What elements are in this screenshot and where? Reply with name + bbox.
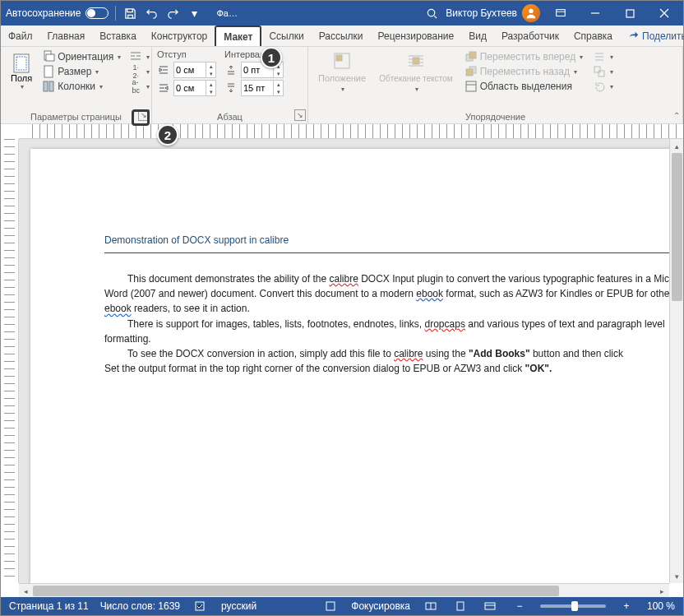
page-setup-dialog-launcher[interactable]: ↘	[138, 109, 150, 121]
zoom-out-icon[interactable]: −	[511, 599, 529, 614]
group-para-label: Абзац	[157, 110, 303, 123]
svg-rect-22	[326, 602, 335, 610]
space-before-icon	[224, 63, 238, 76]
save-icon[interactable]	[122, 6, 137, 21]
scrollbar-vertical[interactable]: ▴ ▾	[669, 139, 683, 583]
view-read-icon[interactable]	[422, 599, 440, 614]
close-icon[interactable]	[650, 1, 678, 25]
avatar-icon	[522, 4, 540, 22]
space-after-icon	[224, 81, 238, 95]
indent-left-input[interactable]: ▴▾	[173, 62, 216, 78]
group-button: ▾	[589, 64, 617, 79]
status-focus[interactable]: Фокусировка	[351, 600, 410, 612]
svg-rect-8	[44, 66, 53, 77]
group-arrange: Положение▾ Обтекание текстом▾ Переместит…	[308, 47, 683, 123]
indent-right-input[interactable]: ▴▾	[173, 80, 216, 96]
paragraph-dialog-launcher[interactable]: ↘	[294, 109, 306, 121]
position-button: Положение▾	[313, 49, 371, 95]
tab-developer[interactable]: Разработчик	[494, 25, 566, 46]
scroll-down-icon[interactable]: ▾	[670, 569, 683, 583]
tab-view[interactable]: Вид	[461, 25, 494, 46]
autosave-label: Автосохранение	[6, 7, 81, 19]
scroll-right-icon[interactable]: ▸	[655, 584, 669, 598]
qat-more-icon[interactable]: ▾	[187, 6, 201, 21]
breaks-button[interactable]: ▾	[126, 49, 153, 64]
tab-insert[interactable]: Вставка	[92, 25, 144, 46]
tab-layout[interactable]: Макет	[215, 25, 261, 46]
focus-mode-icon[interactable]	[321, 599, 340, 614]
size-button[interactable]: Размер▾	[39, 64, 124, 79]
wrap-text-button: Обтекание текстом▾	[374, 49, 458, 95]
position-label: Положение	[318, 73, 366, 83]
scroll-up-icon[interactable]: ▴	[670, 139, 683, 153]
status-language[interactable]: русский	[221, 600, 256, 612]
redo-icon[interactable]	[165, 6, 180, 21]
scroll-thumb[interactable]	[672, 153, 682, 301]
svg-rect-12	[336, 55, 342, 61]
status-word-count[interactable]: Число слов: 1639	[100, 600, 180, 612]
ruler-horizontal[interactable]	[19, 124, 683, 139]
indent-left-icon	[157, 63, 170, 76]
scrollbar-horizontal[interactable]: ◂ ▸	[19, 583, 669, 597]
undo-icon[interactable]	[144, 6, 159, 21]
line-numbers-button[interactable]: 1·2·▾	[126, 64, 153, 79]
rotate-button: ▾	[589, 79, 617, 94]
svg-rect-25	[485, 603, 495, 609]
svg-rect-15	[469, 52, 476, 58]
orientation-button[interactable]: Ориентация▾	[39, 49, 124, 64]
document-page[interactable]: Demonstration of DOCX support in calibre…	[30, 149, 669, 583]
collapse-ribbon-icon[interactable]: ⌃	[673, 111, 680, 120]
tab-design[interactable]: Конструктор	[144, 25, 215, 46]
space-after-input[interactable]: ▴▾	[241, 80, 284, 96]
search-icon[interactable]	[424, 6, 439, 21]
scroll-left-icon[interactable]: ◂	[19, 584, 33, 598]
svg-rect-17	[466, 69, 473, 76]
tab-file[interactable]: Файл	[1, 25, 40, 46]
svg-point-1	[529, 9, 533, 13]
share-icon	[627, 30, 639, 42]
svg-rect-3	[626, 10, 634, 17]
page-canvas[interactable]: Demonstration of DOCX support in calibre…	[19, 139, 669, 583]
svg-point-0	[428, 9, 434, 16]
editor-area: Demonstration of DOCX support in calibre…	[1, 139, 683, 583]
tab-mailings[interactable]: Рассылки	[312, 25, 371, 46]
tab-references[interactable]: Ссылки	[261, 25, 311, 46]
hyphenation-button[interactable]: a-bc▾	[126, 79, 153, 94]
maximize-icon[interactable]	[616, 1, 644, 25]
svg-rect-7	[46, 54, 54, 61]
doc-heading: Demonstration of DOCX support in calibre	[104, 223, 669, 253]
toggle-switch[interactable]	[86, 7, 109, 19]
tab-review[interactable]: Рецензирование	[371, 25, 462, 46]
tab-help[interactable]: Справка	[566, 25, 620, 46]
tab-home[interactable]: Главная	[40, 25, 93, 46]
spellcheck-icon[interactable]	[192, 599, 210, 614]
view-print-icon[interactable]	[451, 599, 469, 614]
status-page[interactable]: Страница 1 из 11	[9, 600, 89, 612]
doc-paragraph: Set the output format in the top right c…	[104, 361, 669, 376]
svg-rect-18	[466, 81, 476, 91]
bring-forward-button: Переместить вперед▾	[461, 49, 586, 64]
scroll-thumb[interactable]	[33, 586, 559, 596]
annotation-callout-2: 2	[157, 124, 178, 146]
minimize-icon[interactable]	[581, 1, 609, 25]
zoom-level[interactable]: 100 %	[647, 600, 675, 612]
columns-label: Колонки	[58, 81, 95, 92]
autosave-toggle[interactable]: Автосохранение	[6, 7, 109, 19]
zoom-slider[interactable]	[540, 604, 606, 608]
align-button: ▾	[589, 49, 617, 64]
zoom-in-icon[interactable]: +	[617, 599, 635, 614]
svg-rect-20	[598, 71, 604, 76]
group-paragraph: Отступ ▴▾ ▴▾ Интервал ▴▾ ▴▾ Абзац ↘	[152, 47, 308, 123]
group-page-setup: Поля ▾ Ориентация▾ Размер▾ Колонки▾ ▾ 1·…	[1, 47, 152, 123]
columns-button[interactable]: Колонки▾	[39, 79, 124, 94]
margins-button[interactable]: Поля ▾	[6, 49, 37, 94]
view-web-icon[interactable]	[481, 599, 499, 614]
indent-right-icon	[157, 81, 170, 95]
selection-pane-button[interactable]: Область выделения	[461, 79, 586, 94]
user-account[interactable]: Виктор Бухтеев	[446, 4, 540, 22]
doc-paragraph: To see the DOCX conversion in action, si…	[104, 346, 669, 361]
ribbon-display-icon[interactable]	[547, 1, 575, 25]
ruler-vertical[interactable]	[1, 139, 19, 583]
share-button[interactable]: Поделиться	[620, 25, 684, 46]
status-bar: Страница 1 из 11 Число слов: 1639 русски…	[1, 597, 683, 615]
